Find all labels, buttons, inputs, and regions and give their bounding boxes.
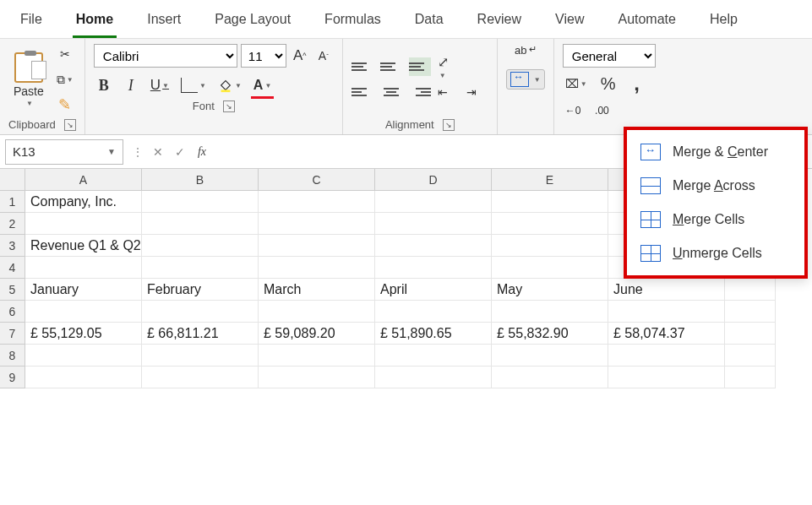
cell[interactable] [142,301,259,323]
cell[interactable] [25,345,142,367]
decrease-indent-button[interactable]: ⇤ [438,83,460,101]
cell[interactable] [142,367,259,388]
cell[interactable] [25,213,142,235]
cell[interactable] [259,235,375,257]
row-header[interactable]: 9 [0,367,25,388]
cell[interactable] [375,345,492,367]
font-family-select[interactable]: Calibri [94,44,237,68]
cell[interactable] [492,191,608,213]
cell[interactable] [259,301,375,323]
row-header[interactable]: 6 [0,301,25,323]
row-header[interactable]: 1 [0,191,25,213]
merge-and-center-item[interactable]: Merge & Center [627,135,804,169]
cell[interactable] [492,235,608,257]
percent-button[interactable]: % [598,73,619,95]
cell[interactable] [375,213,492,235]
cell[interactable]: £ 59,089.20 [259,323,375,345]
cell[interactable] [608,367,725,388]
row-header[interactable]: 4 [0,257,25,279]
tab-insert[interactable]: Insert [144,7,184,38]
col-header[interactable]: C [259,169,375,191]
cell[interactable] [142,235,259,257]
cell[interactable] [259,191,375,213]
increase-decimal-button[interactable]: .00 [591,100,612,122]
cell[interactable]: £ 58,074.37 [608,323,725,345]
cell[interactable] [725,279,776,301]
cell[interactable] [259,367,375,388]
tab-automate[interactable]: Automate [614,7,678,38]
cell[interactable] [375,191,492,213]
copy-button[interactable]: ⧉▼ [54,69,76,90]
col-header[interactable]: A [25,169,142,191]
col-header[interactable]: E [492,169,608,191]
cell[interactable] [142,191,259,213]
orientation-button[interactable]: ⤢▼ [438,57,460,76]
cell[interactable] [142,257,259,279]
cell[interactable] [725,301,776,323]
row-header[interactable]: 7 [0,323,25,345]
cell[interactable] [492,257,608,279]
insert-function-button[interactable]: fx [191,141,213,163]
font-size-select[interactable]: 11 [241,44,286,68]
cell[interactable]: March [259,279,375,301]
align-top-button[interactable] [352,57,373,76]
row-header[interactable]: 3 [0,235,25,257]
name-box[interactable]: K13 ▼ [5,139,123,165]
cell[interactable] [142,345,259,367]
bold-button[interactable]: B [94,74,114,96]
cell[interactable]: April [375,279,492,301]
decrease-decimal-button[interactable]: ←0 [563,100,584,122]
borders-button[interactable]: ▼ [178,74,209,96]
cell[interactable]: May [492,279,608,301]
tab-page-layout[interactable]: Page Layout [211,7,294,38]
col-header[interactable]: B [142,169,259,191]
wrap-text-button[interactable]: ab ↵ [515,44,537,62]
cell[interactable]: February [142,279,259,301]
row-header[interactable]: 2 [0,213,25,235]
paste-button[interactable]: Paste ▼ [8,51,49,109]
merge-across-item[interactable]: Merge Across [627,169,804,203]
cell[interactable] [608,345,725,367]
cell[interactable]: £ 55,129.05 [25,323,142,345]
align-center-button[interactable] [380,83,402,101]
cell[interactable] [375,301,492,323]
cell[interactable]: June [608,279,725,301]
cell[interactable] [25,257,142,279]
accounting-format-button[interactable]: ⌧▼ [563,73,590,95]
cell[interactable] [259,213,375,235]
cell[interactable] [492,301,608,323]
cell[interactable] [25,301,142,323]
fill-color-button[interactable]: ▼ [215,74,244,96]
align-middle-button[interactable] [380,57,402,76]
cell[interactable] [608,301,725,323]
increase-font-button[interactable]: A^ [290,45,310,67]
cell[interactable] [25,367,142,388]
cell[interactable] [375,235,492,257]
cell[interactable]: £ 66,811.21 [142,323,259,345]
cell[interactable]: £ 55,832.90 [492,323,608,345]
cancel-formula-button[interactable]: ✕ [147,141,169,163]
cell[interactable] [725,323,776,345]
cell[interactable] [259,257,375,279]
decrease-font-button[interactable]: Aˇ [313,45,334,67]
cell[interactable] [259,345,375,367]
cut-button[interactable]: ✂ [54,44,76,64]
col-header[interactable]: D [375,169,492,191]
cell[interactable] [142,213,259,235]
tab-data[interactable]: Data [411,7,447,38]
increase-indent-button[interactable]: ⇥ [466,83,488,101]
cell[interactable]: Revenue Q1 & Q2 [25,235,142,257]
cell[interactable] [375,367,492,388]
clipboard-dialog-launcher[interactable]: ↘ [64,119,76,131]
cell[interactable] [492,213,608,235]
tab-help[interactable]: Help [706,7,741,38]
font-color-button[interactable]: A▼ [251,74,274,96]
enter-formula-button[interactable]: ✓ [169,141,191,163]
cell[interactable]: £ 51,890.65 [375,323,492,345]
underline-button[interactable]: U▼ [148,74,172,96]
merge-cells-item[interactable]: Merge Cells [627,203,804,236]
align-right-button[interactable] [409,83,431,101]
tab-file[interactable]: File [17,7,46,38]
align-left-button[interactable] [352,83,373,101]
select-all-corner[interactable] [0,169,25,191]
